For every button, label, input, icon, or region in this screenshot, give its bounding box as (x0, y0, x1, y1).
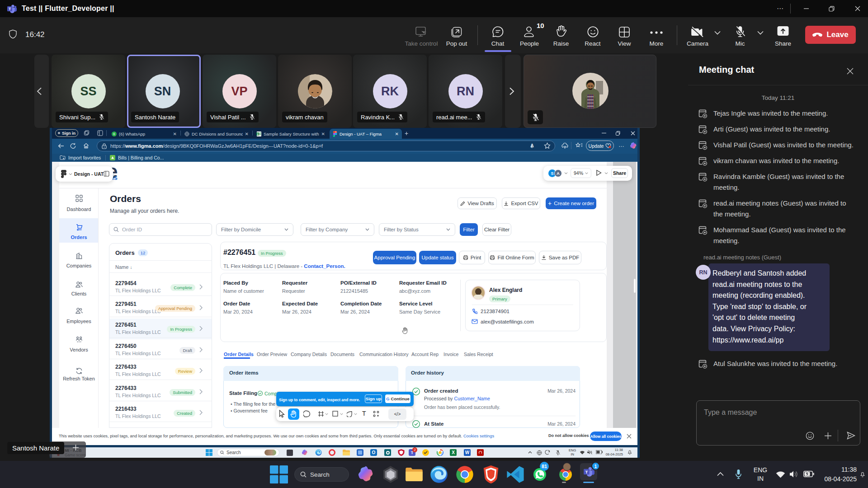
svg-text:T: T (585, 469, 588, 474)
svg-text:X: X (257, 133, 259, 136)
svg-text:T: T (9, 7, 11, 11)
svg-text:6: 6 (113, 132, 115, 136)
